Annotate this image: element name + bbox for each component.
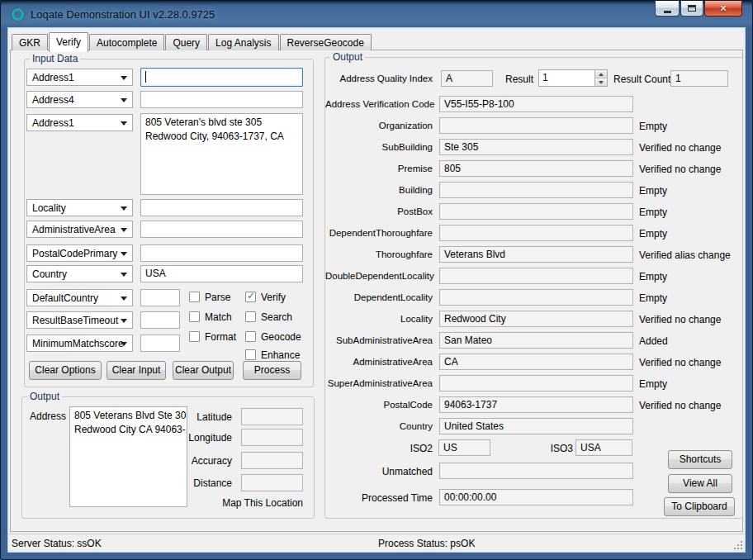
to-clipboard-button[interactable]: To Clipboard — [664, 497, 735, 516]
combo-value: ResultBaseTimeout — [32, 315, 118, 326]
format-checkbox[interactable] — [189, 331, 200, 342]
parse-checkbox[interactable] — [189, 292, 200, 302]
map-this-location-link[interactable]: Map This Location — [171, 497, 303, 509]
organization-field[interactable] — [439, 117, 633, 134]
chevron-down-icon — [121, 121, 127, 126]
field-select-3[interactable]: Address1 — [26, 114, 133, 131]
postalcodeprimary-input[interactable] — [140, 244, 303, 262]
field-label: Organization — [325, 121, 433, 131]
field-select-5[interactable]: AdministrativeArea — [26, 221, 133, 238]
field-select-10[interactable]: MinimumMatchscore — [26, 335, 133, 352]
field-status: Verified no change — [639, 314, 721, 325]
maximize-button[interactable] — [680, 1, 703, 17]
field-status: Empty — [639, 206, 667, 218]
postalcode-field[interactable]: 94063-1737 — [439, 396, 633, 413]
chevron-down-icon — [121, 206, 127, 211]
status-bar: Server Status: ssOK Process Status: psOK — [8, 534, 745, 552]
building-field[interactable] — [439, 182, 633, 198]
tab-verify[interactable]: Verify — [49, 32, 88, 52]
minimummatchscore-input[interactable] — [140, 335, 180, 352]
administrativearea-field[interactable]: CA — [439, 354, 633, 370]
verify-checkbox[interactable] — [245, 292, 256, 302]
enhance-checkbox[interactable] — [245, 349, 256, 360]
field-select-4[interactable]: Locality — [26, 199, 133, 216]
tab-query[interactable]: Query — [165, 34, 207, 50]
spinner-up-icon[interactable] — [595, 70, 607, 78]
shortcuts-button[interactable]: Shortcuts — [668, 450, 732, 469]
avc-field[interactable]: V55-I55-P8-100 — [439, 96, 633, 112]
iso2-field[interactable]: US — [438, 439, 490, 456]
address4-input[interactable] — [140, 91, 303, 108]
country-input[interactable]: USA — [140, 265, 303, 282]
field-select-8[interactable]: DefaultCountry — [26, 289, 133, 306]
chevron-down-icon — [121, 342, 127, 346]
field-status: Added — [639, 335, 668, 347]
locality-input[interactable] — [140, 199, 303, 216]
dependentlocality-field[interactable] — [439, 289, 633, 306]
dependentthoroughfare-field[interactable] — [439, 225, 633, 241]
defaultcountry-input[interactable] — [140, 289, 180, 306]
field-select-9[interactable]: ResultBaseTimeout — [26, 311, 133, 329]
postbox-field[interactable] — [439, 203, 633, 220]
geocode-checkbox[interactable] — [245, 331, 256, 342]
field-select-6[interactable]: PostalCodePrimary — [26, 244, 133, 262]
administrativearea-input[interactable] — [140, 221, 303, 238]
output-row-superadministrativearea: SuperAdministrativeAreaEmpty — [325, 375, 742, 392]
window-title: Loqate Demonstration UI v2.28.0.9725 — [31, 8, 215, 21]
close-button[interactable] — [704, 1, 742, 17]
output-row-building: BuildingEmpty — [325, 182, 742, 199]
iso3-field[interactable]: USA — [575, 439, 632, 456]
process-button[interactable]: Process — [243, 361, 301, 380]
field-status: Empty — [639, 271, 667, 282]
subbuilding-field[interactable]: Ste 305 — [439, 139, 633, 155]
field-select-2[interactable]: Address4 — [26, 91, 133, 108]
process-status-text: Process Status: psOK — [378, 538, 475, 549]
view-all-button[interactable]: View All — [668, 474, 732, 493]
search-checkbox[interactable] — [245, 311, 256, 322]
geocode-label: Geocode — [261, 331, 301, 343]
clear-input-button[interactable]: Clear Input — [107, 361, 166, 380]
resultbasetimeout-input[interactable] — [140, 311, 180, 329]
longitude-label: Longitude — [146, 432, 232, 444]
result-count-label: Result Count — [613, 74, 670, 85]
aqi-field[interactable]: A — [441, 70, 493, 87]
subadministrativearea-field[interactable]: San Mateo — [439, 332, 633, 349]
tab-autocomplete[interactable]: Autocomplete — [89, 34, 164, 50]
premise-field[interactable]: 805 — [439, 160, 633, 177]
result-count-field[interactable]: 1 — [670, 70, 728, 87]
combo-value: Country — [32, 268, 67, 280]
address-textarea[interactable]: 805 Veteran's blvd ste 305 Redwood City,… — [140, 113, 303, 195]
title-bar[interactable]: Loqate Demonstration UI v2.28.0.9725 — [1, 1, 752, 27]
field-select-7[interactable]: Country — [26, 265, 133, 282]
processed-time-field[interactable]: 00:00:00.00 — [439, 489, 633, 505]
tab-log-analysis[interactable]: Log Analysis — [208, 34, 278, 50]
input-data-group-label: Input Data — [30, 53, 80, 64]
field-status: Verified no change — [639, 400, 721, 411]
doubledependentlocality-field[interactable] — [439, 268, 633, 284]
loqate-logo-icon — [12, 8, 24, 21]
field-status: Verified alias change — [639, 249, 731, 261]
window-controls — [654, 1, 742, 17]
clear-options-button[interactable]: Clear Options — [29, 361, 102, 380]
field-status: Empty — [639, 228, 667, 240]
distance-field — [241, 474, 303, 491]
clear-output-button[interactable]: Clear Output — [173, 361, 234, 380]
tab-gkr[interactable]: GKR — [12, 34, 48, 50]
spinner-down-icon[interactable] — [595, 78, 607, 86]
country-field[interactable]: United States — [439, 418, 633, 434]
address1-input[interactable] — [140, 68, 303, 87]
minimize-button[interactable] — [655, 1, 680, 17]
latitude-field — [241, 408, 303, 425]
field-select-1[interactable]: Address1 — [26, 69, 133, 86]
superadministrativearea-field[interactable] — [439, 375, 633, 392]
distance-label: Distance — [146, 477, 232, 489]
thoroughfare-field[interactable]: Veterans Blvd — [439, 246, 633, 263]
tab-reversegeocode[interactable]: ReverseGeocode — [280, 34, 372, 50]
unmatched-field[interactable] — [439, 463, 633, 479]
locality-field[interactable]: Redwood City — [439, 311, 633, 327]
resize-grip[interactable] — [733, 540, 743, 550]
match-checkbox[interactable] — [189, 311, 200, 322]
verify-tab-page: Input Data Address1 Address4 Address1 Lo… — [10, 50, 743, 532]
result-spinner[interactable]: 1 — [538, 69, 608, 87]
field-status: Empty — [639, 185, 667, 197]
